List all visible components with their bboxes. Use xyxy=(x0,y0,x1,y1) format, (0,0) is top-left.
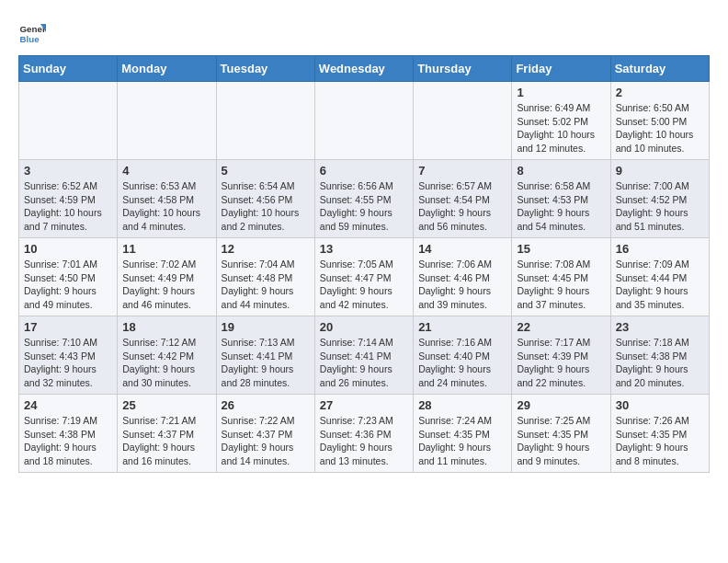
day-info: Sunrise: 7:26 AM Sunset: 4:35 PM Dayligh… xyxy=(616,414,704,468)
calendar-cell: 5Sunrise: 6:54 AM Sunset: 4:56 PM Daylig… xyxy=(216,160,314,238)
day-number: 24 xyxy=(24,398,112,412)
day-number: 1 xyxy=(517,86,605,99)
day-number: 13 xyxy=(320,242,408,256)
day-info: Sunrise: 7:12 AM Sunset: 4:42 PM Dayligh… xyxy=(122,336,210,390)
calendar-cell: 15Sunrise: 7:08 AM Sunset: 4:45 PM Dayli… xyxy=(512,238,610,316)
day-info: Sunrise: 7:21 AM Sunset: 4:37 PM Dayligh… xyxy=(122,414,210,468)
calendar-cell: 26Sunrise: 7:22 AM Sunset: 4:37 PM Dayli… xyxy=(216,395,314,473)
day-info: Sunrise: 7:16 AM Sunset: 4:40 PM Dayligh… xyxy=(418,336,506,390)
day-info: Sunrise: 6:52 AM Sunset: 4:59 PM Dayligh… xyxy=(24,179,112,234)
day-info: Sunrise: 7:05 AM Sunset: 4:47 PM Dayligh… xyxy=(320,258,408,312)
calendar-cell: 20Sunrise: 7:14 AM Sunset: 4:41 PM Dayli… xyxy=(314,316,413,395)
calendar-cell: 11Sunrise: 7:02 AM Sunset: 4:49 PM Dayli… xyxy=(118,238,216,316)
day-number: 9 xyxy=(616,164,704,178)
day-info: Sunrise: 7:24 AM Sunset: 4:35 PM Dayligh… xyxy=(418,414,506,468)
calendar-cell xyxy=(414,82,512,160)
day-number: 30 xyxy=(616,398,704,412)
day-info: Sunrise: 6:56 AM Sunset: 4:55 PM Dayligh… xyxy=(320,179,408,234)
calendar-cell: 18Sunrise: 7:12 AM Sunset: 4:42 PM Dayli… xyxy=(118,316,216,395)
day-info: Sunrise: 7:08 AM Sunset: 4:45 PM Dayligh… xyxy=(517,258,605,312)
svg-text:Blue: Blue xyxy=(20,34,40,44)
calendar-cell: 2Sunrise: 6:50 AM Sunset: 5:00 PM Daylig… xyxy=(610,82,709,160)
day-number: 25 xyxy=(122,398,210,412)
day-info: Sunrise: 7:04 AM Sunset: 4:48 PM Dayligh… xyxy=(222,258,310,312)
day-info: Sunrise: 6:58 AM Sunset: 4:53 PM Dayligh… xyxy=(517,179,605,234)
calendar-week-row: 1Sunrise: 6:49 AM Sunset: 5:02 PM Daylig… xyxy=(19,82,710,160)
day-number: 4 xyxy=(122,164,210,178)
calendar-table: SundayMondayTuesdayWednesdayThursdayFrid… xyxy=(18,55,710,473)
day-number: 26 xyxy=(222,398,310,412)
day-number: 12 xyxy=(222,242,310,256)
calendar-cell xyxy=(19,82,118,160)
calendar-cell: 22Sunrise: 7:17 AM Sunset: 4:39 PM Dayli… xyxy=(512,316,610,395)
weekday-header-friday: Friday xyxy=(512,56,610,82)
calendar-cell: 28Sunrise: 7:24 AM Sunset: 4:35 PM Dayli… xyxy=(414,395,512,473)
calendar-week-row: 24Sunrise: 7:19 AM Sunset: 4:38 PM Dayli… xyxy=(19,395,710,473)
day-number: 28 xyxy=(418,398,506,412)
weekday-header-wednesday: Wednesday xyxy=(314,56,413,82)
day-info: Sunrise: 7:14 AM Sunset: 4:41 PM Dayligh… xyxy=(320,336,408,390)
calendar-cell: 21Sunrise: 7:16 AM Sunset: 4:40 PM Dayli… xyxy=(414,316,512,395)
calendar-cell xyxy=(118,82,216,160)
calendar-week-row: 10Sunrise: 7:01 AM Sunset: 4:50 PM Dayli… xyxy=(19,238,710,316)
day-number: 2 xyxy=(616,86,704,99)
calendar-cell: 6Sunrise: 6:56 AM Sunset: 4:55 PM Daylig… xyxy=(314,160,413,238)
calendar-header: SundayMondayTuesdayWednesdayThursdayFrid… xyxy=(19,56,710,82)
logo-icon: General Blue xyxy=(18,18,46,46)
day-info: Sunrise: 7:09 AM Sunset: 4:44 PM Dayligh… xyxy=(616,258,704,312)
day-number: 16 xyxy=(616,242,704,256)
weekday-header-tuesday: Tuesday xyxy=(216,56,314,82)
calendar-week-row: 17Sunrise: 7:10 AM Sunset: 4:43 PM Dayli… xyxy=(19,316,710,395)
day-number: 11 xyxy=(122,242,210,256)
day-number: 19 xyxy=(222,320,310,334)
calendar-cell: 9Sunrise: 7:00 AM Sunset: 4:52 PM Daylig… xyxy=(610,160,709,238)
day-number: 15 xyxy=(517,242,605,256)
calendar-cell: 14Sunrise: 7:06 AM Sunset: 4:46 PM Dayli… xyxy=(414,238,512,316)
day-info: Sunrise: 7:22 AM Sunset: 4:37 PM Dayligh… xyxy=(222,414,310,468)
calendar-cell xyxy=(314,82,413,160)
calendar-cell: 8Sunrise: 6:58 AM Sunset: 4:53 PM Daylig… xyxy=(512,160,610,238)
day-info: Sunrise: 7:00 AM Sunset: 4:52 PM Dayligh… xyxy=(616,179,704,234)
calendar-cell: 23Sunrise: 7:18 AM Sunset: 4:38 PM Dayli… xyxy=(610,316,709,395)
calendar-cell: 7Sunrise: 6:57 AM Sunset: 4:54 PM Daylig… xyxy=(414,160,512,238)
calendar-cell: 10Sunrise: 7:01 AM Sunset: 4:50 PM Dayli… xyxy=(19,238,118,316)
day-number: 23 xyxy=(616,320,704,334)
calendar-cell: 17Sunrise: 7:10 AM Sunset: 4:43 PM Dayli… xyxy=(19,316,118,395)
calendar-cell: 1Sunrise: 6:49 AM Sunset: 5:02 PM Daylig… xyxy=(512,82,610,160)
calendar-cell xyxy=(216,82,314,160)
day-info: Sunrise: 6:50 AM Sunset: 5:00 PM Dayligh… xyxy=(616,101,704,155)
day-number: 6 xyxy=(320,164,408,178)
weekday-header-sunday: Sunday xyxy=(19,56,118,82)
day-number: 20 xyxy=(320,320,408,334)
day-number: 8 xyxy=(517,164,605,178)
day-number: 5 xyxy=(222,164,310,178)
calendar-week-row: 3Sunrise: 6:52 AM Sunset: 4:59 PM Daylig… xyxy=(19,160,710,238)
day-number: 18 xyxy=(122,320,210,334)
day-info: Sunrise: 7:17 AM Sunset: 4:39 PM Dayligh… xyxy=(517,336,605,390)
day-info: Sunrise: 7:25 AM Sunset: 4:35 PM Dayligh… xyxy=(517,414,605,468)
calendar-cell: 12Sunrise: 7:04 AM Sunset: 4:48 PM Dayli… xyxy=(216,238,314,316)
calendar-cell: 13Sunrise: 7:05 AM Sunset: 4:47 PM Dayli… xyxy=(314,238,413,316)
day-number: 21 xyxy=(418,320,506,334)
day-info: Sunrise: 7:06 AM Sunset: 4:46 PM Dayligh… xyxy=(418,258,506,312)
day-info: Sunrise: 6:53 AM Sunset: 4:58 PM Dayligh… xyxy=(122,179,210,234)
day-number: 22 xyxy=(517,320,605,334)
calendar-cell: 4Sunrise: 6:53 AM Sunset: 4:58 PM Daylig… xyxy=(118,160,216,238)
day-number: 29 xyxy=(517,398,605,412)
day-info: Sunrise: 7:19 AM Sunset: 4:38 PM Dayligh… xyxy=(24,414,112,468)
day-number: 7 xyxy=(418,164,506,178)
day-info: Sunrise: 6:54 AM Sunset: 4:56 PM Dayligh… xyxy=(222,179,310,234)
page-header: General Blue xyxy=(18,18,710,46)
weekday-header-thursday: Thursday xyxy=(414,56,512,82)
calendar-cell: 29Sunrise: 7:25 AM Sunset: 4:35 PM Dayli… xyxy=(512,395,610,473)
day-info: Sunrise: 6:49 AM Sunset: 5:02 PM Dayligh… xyxy=(517,101,605,155)
calendar-cell: 3Sunrise: 6:52 AM Sunset: 4:59 PM Daylig… xyxy=(19,160,118,238)
day-info: Sunrise: 7:02 AM Sunset: 4:49 PM Dayligh… xyxy=(122,258,210,312)
day-number: 14 xyxy=(418,242,506,256)
calendar-cell: 16Sunrise: 7:09 AM Sunset: 4:44 PM Dayli… xyxy=(610,238,709,316)
calendar-cell: 30Sunrise: 7:26 AM Sunset: 4:35 PM Dayli… xyxy=(610,395,709,473)
day-number: 10 xyxy=(24,242,112,256)
day-info: Sunrise: 7:10 AM Sunset: 4:43 PM Dayligh… xyxy=(24,336,112,390)
day-info: Sunrise: 7:23 AM Sunset: 4:36 PM Dayligh… xyxy=(320,414,408,468)
logo: General Blue xyxy=(18,18,46,46)
